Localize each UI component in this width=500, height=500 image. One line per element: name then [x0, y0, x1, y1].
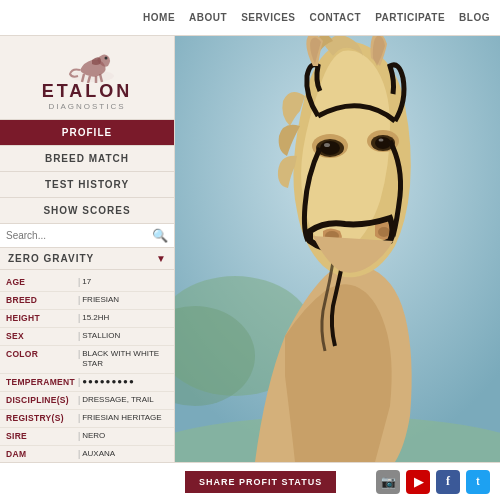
- profile-separator: |: [78, 413, 80, 424]
- logo-horse-icon: [62, 48, 112, 78]
- svg-point-5: [105, 57, 108, 60]
- profile-key: SEX: [6, 331, 76, 342]
- profile-separator: |: [78, 277, 80, 288]
- sidebar-item-show-scores[interactable]: SHOW SCORES: [0, 198, 174, 224]
- profile-row: REGISTRY(S)|FRIESIAN HERITAGE: [0, 410, 174, 428]
- profile-row: AGE|17: [0, 274, 174, 292]
- nav-item-about[interactable]: ABOUT: [189, 12, 227, 23]
- nav-item-participate[interactable]: PARTICIPATE: [375, 12, 445, 23]
- profile-value: BLACK WITH WHITE STAR: [82, 349, 168, 370]
- profile-key: BREED: [6, 295, 76, 306]
- profile-separator: |: [78, 349, 80, 370]
- profile-separator: |: [78, 313, 80, 324]
- profile-row: HEIGHT|15.2HH: [0, 310, 174, 328]
- profile-separator: |: [78, 377, 80, 388]
- profile-key: DAM: [6, 449, 76, 460]
- logo-area: ETALON DIAGNOSTICS: [0, 36, 174, 120]
- profile-separator: |: [78, 395, 80, 406]
- nav-item-services[interactable]: SERVICES: [241, 12, 295, 23]
- profile-value: FRIESIAN: [82, 295, 119, 306]
- sidebar-item-test-history[interactable]: TEST HISTORY: [0, 172, 174, 198]
- profile-row: DISCIPLINE(S)|DRESSAGE, TRAIL: [0, 392, 174, 410]
- sidebar-item-profile[interactable]: PROFILE: [0, 120, 174, 146]
- top-navigation: HOMEABOUTSERVICESCONTACTPARTICIPATEBLOG: [0, 0, 500, 36]
- profile-row: COLOR|BLACK WITH WHITE STAR: [0, 346, 174, 374]
- search-icon[interactable]: 🔍: [152, 228, 168, 243]
- svg-point-19: [378, 227, 390, 237]
- horse-image-panel: [175, 36, 500, 462]
- profile-key: SIRE: [6, 431, 76, 442]
- search-row: 🔍: [0, 224, 174, 248]
- horse-background: [175, 36, 500, 462]
- sidebar: ETALON DIAGNOSTICS PROFILEBREED MATCHTES…: [0, 36, 175, 500]
- profile-row: SIRE|NERO: [0, 428, 174, 446]
- profile-key: DISCIPLINE(S): [6, 395, 76, 406]
- search-input[interactable]: [6, 230, 152, 241]
- bottom-bar: SHARE PROFIT STATUS 📷 ▶ f t: [0, 462, 500, 500]
- profile-value: 15.2HH: [82, 313, 109, 324]
- profile-separator: |: [78, 431, 80, 442]
- profile-key: COLOR: [6, 349, 76, 370]
- logo-title: ETALON: [10, 82, 164, 102]
- profile-key: AGE: [6, 277, 76, 288]
- profile-value: 17: [82, 277, 91, 288]
- nav-item-blog[interactable]: BLOG: [459, 12, 490, 23]
- dropdown-label: ZERO GRAVITY: [8, 253, 94, 264]
- profile-value: DRESSAGE, TRAIL: [82, 395, 153, 406]
- facebook-icon[interactable]: f: [436, 470, 460, 494]
- logo-subtitle: DIAGNOSTICS: [10, 102, 164, 111]
- instagram-icon[interactable]: 📷: [376, 470, 400, 494]
- svg-point-12: [320, 141, 340, 155]
- profile-value: AUXANA: [82, 449, 115, 460]
- profile-separator: |: [78, 295, 80, 306]
- share-profit-button[interactable]: SHARE PROFIT STATUS: [185, 471, 336, 493]
- horse-dropdown[interactable]: ZERO GRAVITY ▼: [0, 248, 174, 270]
- profile-row: BREED|FRIESIAN: [0, 292, 174, 310]
- sidebar-menu: PROFILEBREED MATCHTEST HISTORYSHOW SCORE…: [0, 120, 174, 224]
- profile-separator: |: [78, 331, 80, 342]
- profile-value: STALLION: [82, 331, 120, 342]
- svg-point-13: [324, 143, 330, 147]
- sidebar-item-breed-match[interactable]: BREED MATCH: [0, 146, 174, 172]
- chevron-down-icon: ▼: [156, 253, 166, 264]
- profile-value: ●●●●●●●●●: [82, 377, 135, 388]
- profile-key: HEIGHT: [6, 313, 76, 324]
- youtube-icon[interactable]: ▶: [406, 470, 430, 494]
- profile-value: NERO: [82, 431, 105, 442]
- social-icons: 📷 ▶ f t: [376, 470, 490, 494]
- nav-item-contact[interactable]: CONTACT: [310, 12, 362, 23]
- profile-value: FRIESIAN HERITAGE: [82, 413, 161, 424]
- profile-key: TEMPERAMENT: [6, 377, 76, 388]
- profile-separator: |: [78, 449, 80, 460]
- svg-point-17: [379, 139, 384, 142]
- twitter-icon[interactable]: t: [466, 470, 490, 494]
- profile-row: TEMPERAMENT|●●●●●●●●●: [0, 374, 174, 392]
- profile-key: REGISTRY(S): [6, 413, 76, 424]
- nav-item-home[interactable]: HOME: [143, 12, 175, 23]
- profile-row: SEX|STALLION: [0, 328, 174, 346]
